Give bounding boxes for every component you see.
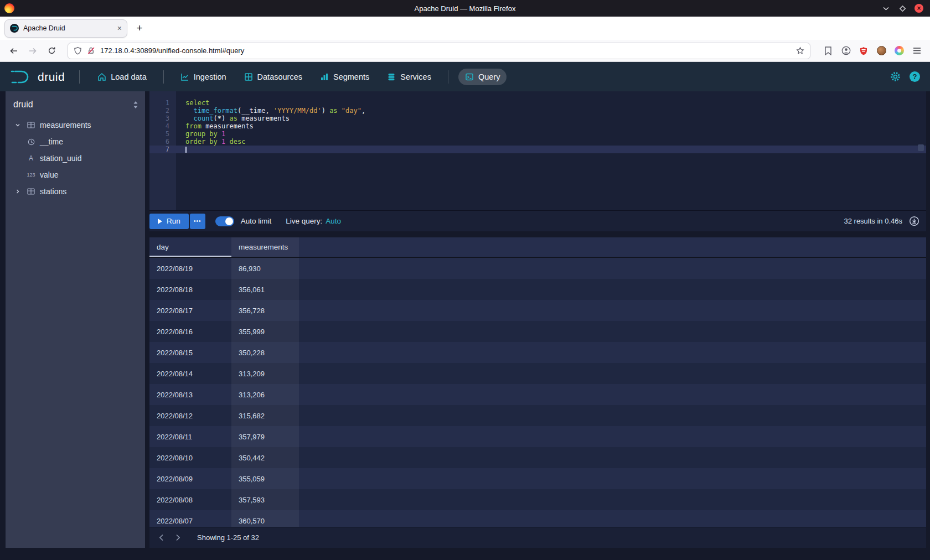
tracking-shield-icon[interactable] xyxy=(74,46,82,55)
auto-limit-label: Auto limit xyxy=(241,217,272,225)
url-text[interactable]: 172.18.0.4:30899/unified-console.html#qu… xyxy=(100,46,791,55)
avatar-extension-icon[interactable] xyxy=(874,43,889,59)
day-cell[interactable]: 2022/08/10 xyxy=(149,447,231,468)
datasources-icon xyxy=(244,72,253,81)
download-results-icon[interactable] xyxy=(909,216,919,226)
measurements-cell[interactable]: 355,059 xyxy=(231,468,299,489)
day-cell[interactable]: 2022/08/08 xyxy=(149,489,231,510)
column-header-measurements[interactable]: measurements xyxy=(231,237,299,257)
measurements-cell[interactable]: 360,570 xyxy=(231,510,299,527)
day-cell[interactable]: 2022/08/15 xyxy=(149,342,231,363)
tree-label: measurements xyxy=(40,121,91,129)
browser-tab[interactable]: Apache Druid × xyxy=(4,19,127,38)
ublock-origin-icon[interactable] xyxy=(856,43,871,59)
measurements-cell[interactable]: 357,593 xyxy=(231,489,299,510)
nav-label: Query xyxy=(478,72,500,81)
menu-icon[interactable] xyxy=(909,43,924,59)
editor-line[interactable]: group by 1 xyxy=(176,130,926,138)
tab-close-icon[interactable]: × xyxy=(117,24,122,33)
table-row: 2022/08/12315,682 xyxy=(149,405,926,426)
editor-line[interactable]: select xyxy=(176,99,926,107)
previous-page-icon[interactable] xyxy=(153,530,169,546)
window-maximize-button[interactable] xyxy=(898,4,907,13)
sql-editor[interactable]: 1234567 select time_format(__time, 'YYYY… xyxy=(149,91,926,210)
tree-item-station-uuid[interactable]: A station_uuid xyxy=(6,150,145,167)
day-cell[interactable]: 2022/08/09 xyxy=(149,468,231,489)
new-tab-button[interactable]: + xyxy=(132,20,147,36)
measurements-cell[interactable]: 86,930 xyxy=(231,258,299,279)
nav-segments[interactable]: Segments xyxy=(313,69,376,85)
day-cell[interactable]: 2022/08/07 xyxy=(149,510,231,527)
editor-scrollbar-thumb[interactable] xyxy=(918,144,924,151)
table-icon xyxy=(27,188,35,195)
next-page-icon[interactable] xyxy=(169,530,186,546)
run-toolbar: Run ••• Auto limit Live query: Auto 32 r… xyxy=(149,210,926,231)
measurements-cell[interactable]: 350,442 xyxy=(231,447,299,468)
editor-line[interactable]: count(*) as measurements xyxy=(176,115,926,122)
connection-not-secure-lock-icon[interactable] xyxy=(87,46,95,55)
bookmark-star-icon[interactable] xyxy=(796,46,804,55)
druid-logo-icon[interactable] xyxy=(10,69,30,85)
tree-item-value[interactable]: 123 value xyxy=(6,167,145,183)
pinwheel-icon xyxy=(895,46,904,55)
day-cell[interactable]: 2022/08/13 xyxy=(149,384,231,405)
nav-ingestion[interactable]: Ingestion xyxy=(174,69,233,85)
tab-title: Apache Druid xyxy=(23,24,113,32)
measurements-cell[interactable]: 356,728 xyxy=(231,300,299,321)
chevron-right-icon[interactable] xyxy=(13,189,22,194)
titlebar[interactable]: Apache Druid — Mozilla Firefox × xyxy=(0,0,930,17)
editor-line[interactable]: time_format(__time, 'YYYY/MM/dd') as "da… xyxy=(176,107,926,115)
measurements-cell[interactable]: 313,209 xyxy=(231,363,299,384)
help-icon[interactable]: ? xyxy=(910,71,920,82)
day-cell[interactable]: 2022/08/17 xyxy=(149,300,231,321)
nav-services[interactable]: Services xyxy=(380,69,438,85)
day-cell[interactable]: 2022/08/16 xyxy=(149,321,231,342)
nav-datasources[interactable]: Datasources xyxy=(237,69,309,85)
run-button[interactable]: Run xyxy=(149,214,189,229)
measurements-cell[interactable]: 315,682 xyxy=(231,405,299,426)
window-minimize-button[interactable] xyxy=(881,4,890,13)
measurements-cell[interactable]: 356,061 xyxy=(231,279,299,300)
tree-item-measurements[interactable]: measurements xyxy=(6,117,145,133)
number-column-icon: 123 xyxy=(27,172,35,178)
table-icon xyxy=(27,121,35,129)
measurements-cell[interactable]: 357,979 xyxy=(231,426,299,447)
url-bar[interactable]: 172.18.0.4:30899/unified-console.html#qu… xyxy=(68,43,810,59)
nav-query[interactable]: Query xyxy=(458,69,507,85)
back-button[interactable] xyxy=(6,43,22,59)
tree-item-stations[interactable]: stations xyxy=(6,183,145,200)
day-cell[interactable]: 2022/08/11 xyxy=(149,426,231,447)
measurements-cell[interactable]: 313,206 xyxy=(231,384,299,405)
day-cell[interactable]: 2022/08/14 xyxy=(149,363,231,384)
tree-item-time[interactable]: __time xyxy=(6,133,145,150)
nav-label: Services xyxy=(400,72,431,81)
pinwheel-extension-icon[interactable] xyxy=(891,43,907,59)
editor-line[interactable] xyxy=(176,146,926,153)
auto-limit-toggle[interactable] xyxy=(215,216,234,226)
editor-lines[interactable]: select time_format(__time, 'YYYY/MM/dd')… xyxy=(176,91,926,210)
nav-load-data[interactable]: Load data xyxy=(91,69,153,85)
druid-header: druid Load data Ingestion Datasources xyxy=(0,62,930,91)
druid-brand[interactable]: druid xyxy=(38,70,65,84)
pocket-save-icon[interactable] xyxy=(820,43,836,59)
avatar xyxy=(877,46,886,55)
run-more-options-button[interactable]: ••• xyxy=(190,214,205,229)
day-cell[interactable]: 2022/08/18 xyxy=(149,279,231,300)
editor-line[interactable]: from measurements xyxy=(176,122,926,130)
editor-line[interactable]: order by 1 desc xyxy=(176,138,926,146)
day-cell[interactable]: 2022/08/19 xyxy=(149,258,231,279)
measurements-cell[interactable]: 350,228 xyxy=(231,342,299,363)
forward-button[interactable] xyxy=(24,43,41,59)
table-row: 2022/08/18356,061 xyxy=(149,279,926,300)
window-close-button[interactable]: × xyxy=(914,4,923,13)
line-number: 5 xyxy=(149,130,176,138)
account-icon[interactable] xyxy=(838,43,854,59)
double-caret-sort-icon[interactable] xyxy=(133,101,138,109)
column-header-day[interactable]: day xyxy=(149,237,231,257)
measurements-cell[interactable]: 355,999 xyxy=(231,321,299,342)
day-cell[interactable]: 2022/08/12 xyxy=(149,405,231,426)
live-query-value[interactable]: Auto xyxy=(326,217,341,225)
reload-button[interactable] xyxy=(43,43,60,59)
chevron-down-icon[interactable] xyxy=(13,122,22,128)
settings-gear-icon[interactable] xyxy=(890,71,901,82)
